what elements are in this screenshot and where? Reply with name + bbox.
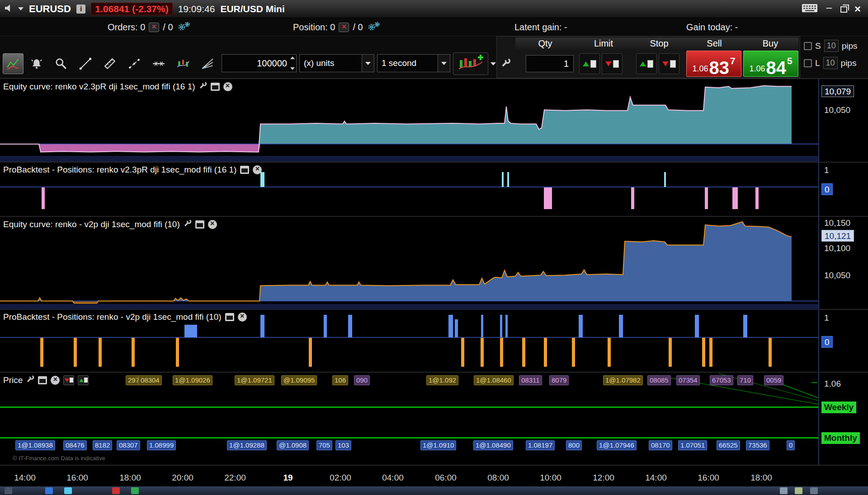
buy-button[interactable]: 1.06 84 5 [743,51,798,77]
trade-tag[interactable]: 07354 [676,375,700,385]
close-panel-icon[interactable] [253,165,262,174]
close-panel-icon[interactable] [238,313,247,322]
window-icon[interactable] [240,166,249,174]
symbol-dropdown-caret[interactable] [18,7,24,10]
add-chart-button[interactable] [453,52,488,75]
buy-limit-button[interactable] [579,53,600,74]
alarm-bell-icon[interactable] [26,53,47,74]
wrench-icon[interactable] [199,81,207,92]
trendline-icon[interactable] [75,53,96,74]
units-dropdown-caret[interactable] [362,55,374,72]
trade-tag[interactable]: 73536 [746,440,769,450]
time-axis[interactable]: 14:0016:0018:0020:0022:001902:0004:0006:… [0,470,868,486]
window-icon[interactable] [225,313,234,321]
sell-order-marker-icon[interactable] [63,375,74,385]
trade-tag[interactable]: 1@1.092 [426,375,458,385]
close-panel-icon[interactable] [223,82,232,91]
trade-tag[interactable]: 0 [787,440,795,450]
units-dropdown[interactable]: (x) units [299,54,374,72]
pattern-icon[interactable] [173,53,193,74]
trade-tag[interactable]: 8079 [549,375,569,385]
trade-tag[interactable]: 08307 [117,440,140,450]
quantity-spinner[interactable] [289,56,295,70]
minimize-button[interactable] [825,5,833,13]
restore-button[interactable] [840,6,847,13]
trade-tag[interactable]: 1@1.09026 [173,375,212,385]
taskbar-app-4[interactable] [112,487,120,494]
trade-tag[interactable]: 705 [316,440,332,450]
audio-alert-icon[interactable] [5,4,13,14]
window-icon[interactable] [38,376,47,384]
trade-tag[interactable]: 1@1.09721 [235,375,274,385]
trade-tag[interactable]: 106 [332,375,348,385]
chart-mode-button[interactable] [3,53,24,74]
limit-pips-checkbox[interactable] [804,59,812,67]
buy-stop-button[interactable] [636,53,657,74]
trade-tag[interactable]: @1.09095 [281,375,317,385]
trade-tag[interactable]: 1@1.07982 [603,375,643,385]
taskbar-tray-2[interactable] [795,487,802,494]
trade-tag[interactable]: 67053 [710,375,733,385]
trade-tag[interactable]: 1.08999 [147,440,176,450]
segment-icon[interactable] [124,53,145,74]
price-chart[interactable] [0,373,818,466]
window-icon[interactable] [195,220,204,229]
trade-tag[interactable]: 8182 [93,440,112,450]
info-icon[interactable]: i [76,5,85,14]
trade-tag[interactable]: 800 [566,440,582,450]
trade-tag[interactable]: 08476 [63,440,87,450]
trade-tag[interactable]: 1@1.08460 [474,375,514,385]
order-settings-wrench-icon[interactable] [501,58,511,70]
trade-tag[interactable]: 710 [737,375,753,385]
keyboard-icon[interactable] [802,3,818,15]
limit-pips-value[interactable]: 10 [823,57,838,69]
trade-tag[interactable]: 1.08197 [526,440,555,450]
timeframe-dropdown-caret[interactable] [438,55,450,72]
timeframe-dropdown[interactable]: 1 second [377,54,450,72]
sell-button[interactable]: 1.06 83 7 [686,51,741,77]
trade-tag[interactable]: 1@1.09288 [227,440,267,450]
horizontal-line-icon[interactable] [148,53,169,74]
trade-tag[interactable]: 1@1.0910 [420,440,456,450]
close-panel-icon[interactable] [51,376,60,385]
close-panel-icon[interactable] [208,220,217,229]
trade-tag[interactable]: 08085 [647,375,671,385]
taskbar-app-3[interactable] [64,487,72,494]
stop-pips-checkbox[interactable] [804,42,812,50]
zoom-icon[interactable] [51,53,71,74]
taskbar-app-1[interactable] [5,487,12,494]
trade-tag[interactable]: 1@1.07946 [597,440,637,450]
trade-tag[interactable]: 08170 [649,440,672,450]
trade-tag[interactable]: @1.0908 [277,440,309,450]
trade-tag[interactable]: 66525 [717,440,740,450]
taskbar-tray-1[interactable] [780,487,788,494]
close-position-icon[interactable] [339,23,349,32]
window-icon[interactable] [211,83,220,91]
trade-tag[interactable]: 1.07051 [678,440,707,450]
stop-pips-value[interactable]: 10 [824,40,839,52]
equity-chart-2[interactable] [0,217,818,310]
fan-lines-icon[interactable] [197,53,218,74]
sell-limit-button[interactable] [602,53,623,74]
cancel-orders-icon[interactable] [149,23,159,32]
trade-tag[interactable]: 08304 [138,375,162,385]
buy-order-marker-icon[interactable] [78,375,89,385]
orders-settings-icon[interactable] [177,21,191,34]
trade-tag[interactable]: 103 [335,440,351,450]
position-settings-icon[interactable] [367,21,381,34]
sell-stop-button[interactable] [659,53,679,74]
trade-tag[interactable]: 1@1.08938 [15,440,55,450]
trade-tag[interactable]: 08311 [519,375,542,385]
ruler-icon[interactable] [99,53,120,74]
wrench-icon[interactable] [26,375,34,385]
close-window-button[interactable] [854,5,861,13]
trade-tag[interactable]: 1@1.08490 [473,440,513,450]
trade-tag[interactable]: 090 [354,375,370,385]
taskbar-app-5[interactable] [131,487,139,494]
wrench-icon[interactable] [184,219,192,229]
trade-tag[interactable]: 0059 [764,375,783,385]
order-qty-input[interactable]: 1 [526,55,574,72]
taskbar-app-2[interactable] [45,487,53,494]
quantity-input[interactable]: 100000 [222,54,297,72]
taskbar-tray-3[interactable] [810,487,818,494]
